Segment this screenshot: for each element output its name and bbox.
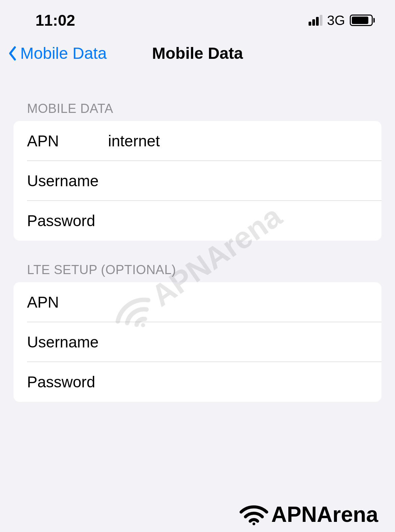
- password-label: Password: [27, 212, 108, 230]
- row-lte-apn[interactable]: APN: [27, 282, 381, 322]
- back-button[interactable]: Mobile Data: [7, 44, 107, 63]
- network-type: 3G: [327, 13, 345, 28]
- nav-bar: Mobile Data Mobile Data: [0, 37, 395, 73]
- lte-username-label: Username: [27, 333, 108, 351]
- back-label: Mobile Data: [20, 44, 107, 63]
- row-password[interactable]: Password: [14, 201, 381, 241]
- row-lte-password[interactable]: Password: [14, 362, 381, 402]
- section-mobile-data: APN Username Password: [14, 121, 381, 241]
- section-lte: APN Username Password: [14, 282, 381, 402]
- watermark-bottom: APNArena: [239, 502, 378, 527]
- battery-icon: [350, 15, 375, 26]
- row-apn[interactable]: APN: [27, 121, 381, 161]
- row-username[interactable]: Username: [27, 161, 381, 201]
- password-input[interactable]: [108, 212, 368, 230]
- status-time: 11:02: [35, 11, 75, 29]
- section-header-mobile-data: MOBILE DATA: [0, 101, 395, 121]
- signal-icon: [309, 15, 322, 26]
- status-right: 3G: [309, 13, 375, 28]
- watermark-bottom-text: APNArena: [271, 502, 378, 527]
- svg-point-1: [253, 523, 255, 525]
- apn-label: APN: [27, 132, 108, 150]
- apn-input[interactable]: [108, 132, 368, 150]
- username-label: Username: [27, 172, 108, 190]
- lte-username-input[interactable]: [108, 333, 368, 351]
- lte-apn-label: APN: [27, 293, 108, 311]
- lte-apn-input[interactable]: [108, 293, 368, 311]
- page-title: Mobile Data: [152, 44, 243, 63]
- section-header-lte: LTE SETUP (OPTIONAL): [0, 263, 395, 282]
- chevron-left-icon: [7, 45, 18, 62]
- username-input[interactable]: [108, 172, 368, 190]
- lte-password-input[interactable]: [108, 373, 368, 391]
- status-bar: 11:02 3G: [0, 0, 395, 37]
- wifi-icon: [239, 503, 269, 526]
- lte-password-label: Password: [27, 373, 108, 391]
- row-lte-username[interactable]: Username: [27, 322, 381, 362]
